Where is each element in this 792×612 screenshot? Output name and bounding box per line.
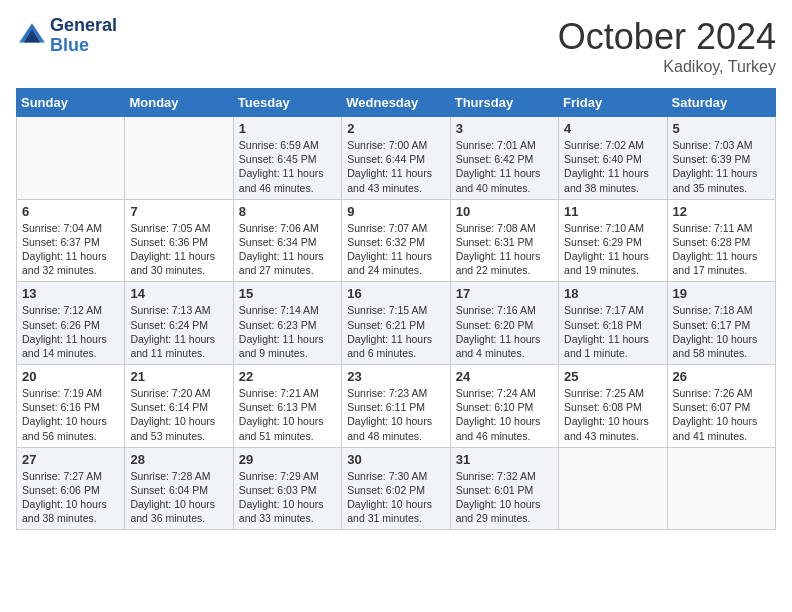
day-number: 12 [673, 204, 770, 219]
day-info: Sunrise: 7:21 AM Sunset: 6:13 PM Dayligh… [239, 386, 336, 443]
day-number: 30 [347, 452, 444, 467]
day-number: 19 [673, 286, 770, 301]
calendar-cell: 19Sunrise: 7:18 AM Sunset: 6:17 PM Dayli… [667, 282, 775, 365]
day-number: 5 [673, 121, 770, 136]
day-number: 14 [130, 286, 227, 301]
calendar-cell: 27Sunrise: 7:27 AM Sunset: 6:06 PM Dayli… [17, 447, 125, 530]
day-number: 31 [456, 452, 553, 467]
day-info: Sunrise: 7:04 AM Sunset: 6:37 PM Dayligh… [22, 221, 119, 278]
calendar-week-row: 6Sunrise: 7:04 AM Sunset: 6:37 PM Daylig… [17, 199, 776, 282]
calendar-cell: 22Sunrise: 7:21 AM Sunset: 6:13 PM Dayli… [233, 365, 341, 448]
calendar-cell: 23Sunrise: 7:23 AM Sunset: 6:11 PM Dayli… [342, 365, 450, 448]
calendar-cell: 24Sunrise: 7:24 AM Sunset: 6:10 PM Dayli… [450, 365, 558, 448]
calendar-cell: 15Sunrise: 7:14 AM Sunset: 6:23 PM Dayli… [233, 282, 341, 365]
day-info: Sunrise: 7:24 AM Sunset: 6:10 PM Dayligh… [456, 386, 553, 443]
day-number: 8 [239, 204, 336, 219]
day-number: 15 [239, 286, 336, 301]
day-info: Sunrise: 7:17 AM Sunset: 6:18 PM Dayligh… [564, 303, 661, 360]
day-info: Sunrise: 7:25 AM Sunset: 6:08 PM Dayligh… [564, 386, 661, 443]
day-number: 26 [673, 369, 770, 384]
day-info: Sunrise: 7:30 AM Sunset: 6:02 PM Dayligh… [347, 469, 444, 526]
calendar-cell: 14Sunrise: 7:13 AM Sunset: 6:24 PM Dayli… [125, 282, 233, 365]
day-number: 7 [130, 204, 227, 219]
header-sunday: Sunday [17, 89, 125, 117]
day-number: 9 [347, 204, 444, 219]
day-info: Sunrise: 7:08 AM Sunset: 6:31 PM Dayligh… [456, 221, 553, 278]
day-info: Sunrise: 7:00 AM Sunset: 6:44 PM Dayligh… [347, 138, 444, 195]
calendar-cell: 12Sunrise: 7:11 AM Sunset: 6:28 PM Dayli… [667, 199, 775, 282]
day-info: Sunrise: 7:10 AM Sunset: 6:29 PM Dayligh… [564, 221, 661, 278]
calendar-week-row: 27Sunrise: 7:27 AM Sunset: 6:06 PM Dayli… [17, 447, 776, 530]
day-number: 1 [239, 121, 336, 136]
day-number: 29 [239, 452, 336, 467]
calendar-cell: 30Sunrise: 7:30 AM Sunset: 6:02 PM Dayli… [342, 447, 450, 530]
calendar-cell: 6Sunrise: 7:04 AM Sunset: 6:37 PM Daylig… [17, 199, 125, 282]
calendar-cell: 1Sunrise: 6:59 AM Sunset: 6:45 PM Daylig… [233, 117, 341, 200]
header-friday: Friday [559, 89, 667, 117]
day-info: Sunrise: 7:20 AM Sunset: 6:14 PM Dayligh… [130, 386, 227, 443]
day-number: 4 [564, 121, 661, 136]
day-info: Sunrise: 6:59 AM Sunset: 6:45 PM Dayligh… [239, 138, 336, 195]
day-info: Sunrise: 7:23 AM Sunset: 6:11 PM Dayligh… [347, 386, 444, 443]
day-number: 11 [564, 204, 661, 219]
day-number: 17 [456, 286, 553, 301]
calendar-cell: 29Sunrise: 7:29 AM Sunset: 6:03 PM Dayli… [233, 447, 341, 530]
day-number: 16 [347, 286, 444, 301]
day-number: 3 [456, 121, 553, 136]
calendar-cell: 3Sunrise: 7:01 AM Sunset: 6:42 PM Daylig… [450, 117, 558, 200]
calendar-cell: 21Sunrise: 7:20 AM Sunset: 6:14 PM Dayli… [125, 365, 233, 448]
calendar-cell: 9Sunrise: 7:07 AM Sunset: 6:32 PM Daylig… [342, 199, 450, 282]
day-info: Sunrise: 7:26 AM Sunset: 6:07 PM Dayligh… [673, 386, 770, 443]
calendar-week-row: 13Sunrise: 7:12 AM Sunset: 6:26 PM Dayli… [17, 282, 776, 365]
calendar-week-row: 1Sunrise: 6:59 AM Sunset: 6:45 PM Daylig… [17, 117, 776, 200]
header-thursday: Thursday [450, 89, 558, 117]
day-number: 21 [130, 369, 227, 384]
day-info: Sunrise: 7:03 AM Sunset: 6:39 PM Dayligh… [673, 138, 770, 195]
day-info: Sunrise: 7:11 AM Sunset: 6:28 PM Dayligh… [673, 221, 770, 278]
day-number: 6 [22, 204, 119, 219]
calendar-cell [17, 117, 125, 200]
calendar-cell [667, 447, 775, 530]
page-header: General Blue October 2024 Kadikoy, Turke… [16, 16, 776, 76]
month-title: October 2024 [558, 16, 776, 58]
calendar-cell: 4Sunrise: 7:02 AM Sunset: 6:40 PM Daylig… [559, 117, 667, 200]
day-number: 25 [564, 369, 661, 384]
calendar-cell: 25Sunrise: 7:25 AM Sunset: 6:08 PM Dayli… [559, 365, 667, 448]
day-info: Sunrise: 7:02 AM Sunset: 6:40 PM Dayligh… [564, 138, 661, 195]
header-wednesday: Wednesday [342, 89, 450, 117]
day-info: Sunrise: 7:28 AM Sunset: 6:04 PM Dayligh… [130, 469, 227, 526]
calendar-cell: 2Sunrise: 7:00 AM Sunset: 6:44 PM Daylig… [342, 117, 450, 200]
calendar-cell: 26Sunrise: 7:26 AM Sunset: 6:07 PM Dayli… [667, 365, 775, 448]
calendar-cell: 28Sunrise: 7:28 AM Sunset: 6:04 PM Dayli… [125, 447, 233, 530]
calendar-cell [125, 117, 233, 200]
day-info: Sunrise: 7:15 AM Sunset: 6:21 PM Dayligh… [347, 303, 444, 360]
calendar-cell: 20Sunrise: 7:19 AM Sunset: 6:16 PM Dayli… [17, 365, 125, 448]
calendar-cell: 5Sunrise: 7:03 AM Sunset: 6:39 PM Daylig… [667, 117, 775, 200]
calendar-cell: 8Sunrise: 7:06 AM Sunset: 6:34 PM Daylig… [233, 199, 341, 282]
day-info: Sunrise: 7:01 AM Sunset: 6:42 PM Dayligh… [456, 138, 553, 195]
day-info: Sunrise: 7:13 AM Sunset: 6:24 PM Dayligh… [130, 303, 227, 360]
calendar-week-row: 20Sunrise: 7:19 AM Sunset: 6:16 PM Dayli… [17, 365, 776, 448]
day-info: Sunrise: 7:14 AM Sunset: 6:23 PM Dayligh… [239, 303, 336, 360]
day-number: 23 [347, 369, 444, 384]
calendar-cell: 17Sunrise: 7:16 AM Sunset: 6:20 PM Dayli… [450, 282, 558, 365]
day-info: Sunrise: 7:19 AM Sunset: 6:16 PM Dayligh… [22, 386, 119, 443]
day-info: Sunrise: 7:16 AM Sunset: 6:20 PM Dayligh… [456, 303, 553, 360]
title-block: October 2024 Kadikoy, Turkey [558, 16, 776, 76]
day-number: 24 [456, 369, 553, 384]
header-monday: Monday [125, 89, 233, 117]
calendar-cell: 10Sunrise: 7:08 AM Sunset: 6:31 PM Dayli… [450, 199, 558, 282]
calendar-cell: 31Sunrise: 7:32 AM Sunset: 6:01 PM Dayli… [450, 447, 558, 530]
location: Kadikoy, Turkey [558, 58, 776, 76]
header-tuesday: Tuesday [233, 89, 341, 117]
day-info: Sunrise: 7:07 AM Sunset: 6:32 PM Dayligh… [347, 221, 444, 278]
calendar-cell: 7Sunrise: 7:05 AM Sunset: 6:36 PM Daylig… [125, 199, 233, 282]
day-number: 20 [22, 369, 119, 384]
day-number: 10 [456, 204, 553, 219]
day-info: Sunrise: 7:27 AM Sunset: 6:06 PM Dayligh… [22, 469, 119, 526]
day-number: 13 [22, 286, 119, 301]
calendar-header-row: SundayMondayTuesdayWednesdayThursdayFrid… [17, 89, 776, 117]
day-number: 22 [239, 369, 336, 384]
calendar-cell: 11Sunrise: 7:10 AM Sunset: 6:29 PM Dayli… [559, 199, 667, 282]
calendar-cell: 16Sunrise: 7:15 AM Sunset: 6:21 PM Dayli… [342, 282, 450, 365]
